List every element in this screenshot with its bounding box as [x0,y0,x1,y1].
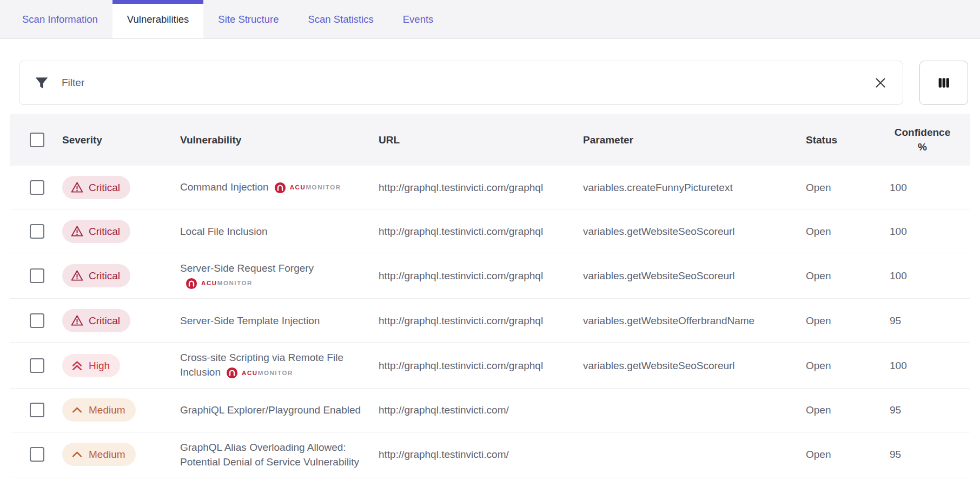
column-header-vulnerability[interactable]: Vulnerability [180,125,379,155]
column-header-severity[interactable]: Severity [62,125,180,155]
severity-label: Critical [89,180,120,195]
tab[interactable]: Vulnerabilities [112,0,204,38]
warning-triangle-icon [70,269,84,283]
columns-toggle-button[interactable] [919,61,968,105]
severity-label: Medium [89,447,125,462]
severity-badge: Critical [62,220,130,243]
vulnerability-status: Open [806,351,890,380]
vulnerability-parameter: variables.getWebsiteSeoScoreurl [583,216,806,246]
row-checkbox[interactable] [30,224,44,239]
tab[interactable]: Scan Information [8,0,112,38]
vulnerability-name[interactable]: Server-Side Template Injection [180,315,320,326]
vulnerability-status: Open [806,173,890,202]
row-checkbox[interactable] [30,358,44,373]
column-header-url[interactable]: URL [379,125,583,155]
severity-badge: Critical [62,176,130,199]
vulnerability-url[interactable]: http://graphql.testinvicti.com/ [379,395,583,425]
tab-label: Scan Information [22,14,98,25]
vulnerability-name[interactable]: Server-Side Request Forgery [180,262,314,274]
vulnerability-status: Open [806,395,890,425]
vulnerability-parameter: variables.getWebsiteSeoScoreurl [583,351,806,380]
vulnerability-confidence: 100 [890,351,970,380]
tab-label: Vulnerabilities [127,14,189,25]
acumonitor-logo-icon [274,182,286,194]
vulnerability-url[interactable]: http://graphql.testinvicti.com/graphql [379,306,583,336]
vulnerability-status: Open [806,439,890,469]
vulnerability-confidence: 95 [890,395,970,425]
column-header-confidence[interactable]: Confidence % [890,117,970,162]
vulnerability-name[interactable]: GraphiQL Explorer/Playground Enabled [180,404,361,416]
acumonitor-badge: ACUMONITOR [186,276,253,291]
filter-box [19,61,903,105]
vulnerabilities-table: Severity Vulnerability URL Parameter Sta… [10,114,970,477]
tab-bar: Scan Information Vulnerabilities Site St… [0,0,980,39]
vulnerability-status: Open [806,261,890,291]
clear-filter-icon[interactable] [872,75,889,91]
table-header-row: Severity Vulnerability URL Parameter Sta… [10,114,970,166]
warning-triangle-icon [70,225,84,238]
tab[interactable]: Site Structure [203,0,293,38]
vulnerability-confidence: 100 [890,261,970,291]
vulnerability-url[interactable]: http://graphql.testinvicti.com/graphql [379,261,583,291]
table-row[interactable]: High Cross-site Scripting via Remote Fil… [10,343,970,388]
severity-badge: Medium [62,398,136,422]
acumonitor-badge: ACUMONITOR [226,366,293,380]
vulnerability-confidence: 100 [890,173,970,202]
row-checkbox[interactable] [30,403,44,417]
table-row[interactable]: Medium GraphiQL Explorer/Playground Enab… [10,389,970,432]
column-header-status[interactable]: Status [806,125,890,155]
severity-label: Critical [89,224,120,239]
severity-label: Critical [89,313,120,328]
vulnerability-parameter [583,447,806,462]
vulnerability-url[interactable]: http://graphql.testinvicti.com/graphql [379,216,583,246]
tab-label: Site Structure [218,14,279,25]
severity-badge: Medium [62,443,136,466]
chevron-up-icon [70,403,84,417]
tab[interactable]: Scan Statistics [293,0,388,38]
warning-triangle-icon [70,314,84,327]
filter-input[interactable] [62,77,872,89]
row-checkbox[interactable] [30,180,44,195]
table-body: Critical Command Injection ACUMONITOR ht… [10,166,970,477]
acumonitor-badge: ACUMONITOR [274,180,341,195]
severity-badge: High [62,354,120,377]
vulnerability-parameter: variables.getWebsiteOfferbrandName [583,306,806,336]
severity-label: Medium [89,403,125,417]
row-checkbox[interactable] [30,313,44,328]
row-checkbox[interactable] [30,447,44,462]
table-row[interactable]: Critical Server-Side Template Injection … [10,299,970,343]
warning-triangle-icon [70,181,84,194]
vulnerability-parameter: variables.getWebsiteSeoScoreurl [583,261,806,291]
acumonitor-logo-icon [226,367,238,379]
vulnerability-status: Open [806,216,890,246]
vulnerability-url[interactable]: http://graphql.testinvicti.com/ [379,439,583,469]
double-chevron-up-icon [70,359,84,372]
table-row[interactable]: Medium GraphQL Alias Overloading Allowed… [10,432,970,477]
vulnerability-name[interactable]: Command Injection [180,181,269,193]
severity-badge: Critical [62,264,130,287]
columns-icon [936,75,952,91]
vulnerability-confidence: 95 [890,439,970,469]
vulnerability-name[interactable]: Local File Inclusion [180,226,268,237]
vulnerability-parameter: variables.createFunnyPicturetext [583,173,806,202]
tab-label: Events [403,14,434,25]
acumonitor-logo-icon [186,278,197,290]
vulnerability-url[interactable]: http://graphql.testinvicti.com/graphql [379,351,583,380]
column-header-parameter[interactable]: Parameter [583,125,806,155]
row-checkbox[interactable] [30,268,44,283]
severity-label: High [89,358,110,373]
vulnerability-status: Open [806,306,890,336]
table-row[interactable]: Critical Local File Inclusion http://gra… [10,209,970,253]
severity-badge: Critical [62,309,130,332]
vulnerability-parameter [583,403,806,418]
vulnerability-confidence: 95 [890,306,970,336]
tab-label: Scan Statistics [308,14,373,25]
table-row[interactable]: Critical Server-Side Request Forgery ACU… [10,253,970,299]
table-row[interactable]: Critical Command Injection ACUMONITOR ht… [10,166,970,209]
severity-label: Critical [89,268,120,283]
filter-toolbar [19,61,968,105]
select-all-checkbox[interactable] [30,133,44,147]
vulnerability-name[interactable]: GraphQL Alias Overloading Allowed: Poten… [180,442,359,468]
vulnerability-url[interactable]: http://graphql.testinvicti.com/graphql [379,173,583,202]
tab[interactable]: Events [388,0,448,38]
